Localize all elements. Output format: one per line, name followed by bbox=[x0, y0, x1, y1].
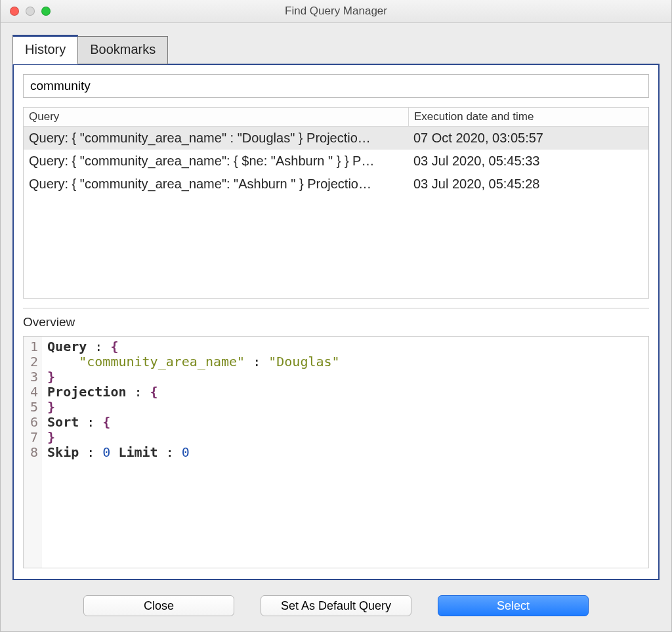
cell-date: 03 Jul 2020, 05:45:28 bbox=[408, 175, 648, 193]
tab-history[interactable]: History bbox=[12, 35, 78, 64]
column-header-date[interactable]: Execution date and time bbox=[409, 108, 648, 126]
line-gutter: 1 2 3 4 5 6 7 8 bbox=[24, 337, 42, 568]
cell-date: 07 Oct 2020, 03:05:57 bbox=[408, 129, 648, 147]
content-area: History Bookmarks Query Execution date a… bbox=[1, 23, 671, 580]
history-panel: Query Execution date and time Query: { "… bbox=[12, 64, 660, 580]
cell-query: Query: { "community_area_name": "Ashburn… bbox=[24, 175, 408, 193]
close-window-button[interactable] bbox=[10, 7, 19, 16]
search-input[interactable] bbox=[23, 74, 649, 98]
code-content: Query : { "community_area_name" : "Dougl… bbox=[42, 337, 345, 568]
cell-query: Query: { "community_area_name" : "Dougla… bbox=[24, 129, 408, 147]
table-body[interactable]: Query: { "community_area_name" : "Dougla… bbox=[24, 127, 648, 298]
set-default-query-button[interactable]: Set As Default Query bbox=[261, 595, 411, 616]
table-header: Query Execution date and time bbox=[24, 108, 648, 127]
tab-bookmarks[interactable]: Bookmarks bbox=[78, 36, 168, 64]
window-controls bbox=[1, 7, 51, 16]
cell-date: 03 Jul 2020, 05:45:33 bbox=[408, 152, 648, 170]
divider bbox=[23, 308, 649, 308]
overview-label: Overview bbox=[23, 315, 649, 329]
dialog-footer: Close Set As Default Query Select bbox=[1, 580, 671, 631]
select-button[interactable]: Select bbox=[438, 595, 589, 616]
window: Find Query Manager History Bookmarks Que… bbox=[0, 0, 672, 632]
zoom-window-button[interactable] bbox=[41, 7, 51, 16]
table-row[interactable]: Query: { "community_area_name": "Ashburn… bbox=[24, 173, 648, 196]
minimize-window-button[interactable] bbox=[26, 7, 35, 16]
window-title: Find Query Manager bbox=[1, 5, 671, 18]
tab-bar: History Bookmarks bbox=[12, 35, 660, 64]
table-row[interactable]: Query: { "community_area_name": { $ne: "… bbox=[24, 150, 648, 173]
titlebar: Find Query Manager bbox=[1, 0, 671, 23]
history-table: Query Execution date and time Query: { "… bbox=[23, 107, 649, 299]
overview-editor[interactable]: 1 2 3 4 5 6 7 8 Query : { "community_are… bbox=[23, 336, 649, 568]
column-header-query[interactable]: Query bbox=[24, 108, 409, 126]
close-button[interactable]: Close bbox=[83, 595, 234, 616]
cell-query: Query: { "community_area_name": { $ne: "… bbox=[24, 152, 408, 170]
table-row[interactable]: Query: { "community_area_name" : "Dougla… bbox=[24, 127, 648, 150]
